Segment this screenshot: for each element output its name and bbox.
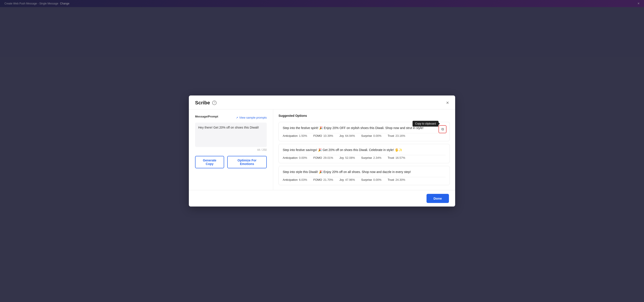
suggested-options-label: Suggested Options bbox=[278, 114, 307, 117]
option-card-1: Copy to clipboard Step into the festive … bbox=[278, 122, 450, 141]
option-text-1: Step into the festive spirit! 🎉 Enjoy 20… bbox=[283, 126, 446, 130]
emotion-fomo-3: FOMO 21.70% bbox=[313, 178, 333, 181]
divider-2 bbox=[283, 155, 446, 155]
external-link-icon: ↗ bbox=[236, 116, 238, 119]
modal-title: Scribe bbox=[195, 100, 210, 106]
done-button[interactable]: Done bbox=[426, 194, 449, 203]
copy-to-clipboard-button-1[interactable]: ⧉ bbox=[438, 125, 446, 133]
view-sample-link[interactable]: ↗ View sample prompts bbox=[236, 116, 267, 119]
optimize-emotions-button[interactable]: Optimize For Emotions bbox=[227, 156, 267, 168]
button-row: Generate Copy Optimize For Emotions bbox=[195, 156, 267, 168]
help-icon[interactable]: ? bbox=[212, 101, 216, 105]
message-prompt-label: Message/Prompt bbox=[195, 115, 218, 118]
modal-header: Scribe ? × bbox=[189, 96, 455, 110]
option-text-3: Step into style this Diwali! 🎉 Enjoy 20%… bbox=[283, 170, 446, 174]
emotion-fomo-2: FOMO 29.01% bbox=[313, 156, 333, 159]
divider-3 bbox=[283, 177, 446, 177]
view-sample-label: View sample prompts bbox=[239, 116, 267, 119]
option-text-2: Step into festive savings! 🎉 Get 20% off… bbox=[283, 148, 446, 152]
emotion-trust-1: Trust 23.16% bbox=[388, 134, 405, 137]
emotion-trust-3: Trust 24.30% bbox=[388, 178, 405, 181]
emotion-row-2: Anticipation 0.00% FOMO 29.01% Joy 52.08… bbox=[283, 156, 446, 159]
emotion-anticipation-1: Anticipation 1.50% bbox=[283, 134, 307, 137]
prompt-header: Message/Prompt ↗ View sample prompts bbox=[195, 115, 267, 120]
emotion-surprise-1: Surprise 0.00% bbox=[361, 134, 382, 137]
modal-body: Message/Prompt ↗ View sample prompts Hey… bbox=[189, 110, 455, 190]
emotion-surprise-3: Surprise 0.00% bbox=[361, 178, 382, 181]
emotion-row-3: Anticipation 6.03% FOMO 21.70% Joy 47.96… bbox=[283, 178, 446, 181]
prompt-textarea[interactable]: Hey there! Get 20% off on shoes this Diw… bbox=[195, 123, 267, 147]
char-count: 44 / 250 bbox=[195, 148, 267, 151]
emotion-surprise-2: Surprise 2.34% bbox=[361, 156, 382, 159]
modal-close-button[interactable]: × bbox=[446, 100, 449, 105]
emotion-anticipation-2: Anticipation 0.00% bbox=[283, 156, 307, 159]
copy-icon-1: ⧉ bbox=[442, 127, 444, 131]
scribe-modal: Scribe ? × Message/Prompt ↗ View sample … bbox=[189, 96, 455, 206]
emotion-row-1: Anticipation 1.50% FOMO 10.39% Joy 64.94… bbox=[283, 134, 446, 137]
modal-overlay: Scribe ? × Message/Prompt ↗ View sample … bbox=[0, 0, 644, 302]
emotion-joy-1: Joy 64.94% bbox=[339, 134, 355, 137]
emotion-joy-2: Joy 52.08% bbox=[339, 156, 355, 159]
emotion-trust-2: Trust 16.57% bbox=[388, 156, 405, 159]
left-panel: Message/Prompt ↗ View sample prompts Hey… bbox=[189, 110, 273, 190]
emotion-anticipation-3: Anticipation 6.03% bbox=[283, 178, 307, 181]
right-panel-header: Suggested Options bbox=[278, 114, 450, 118]
modal-title-area: Scribe ? bbox=[195, 100, 216, 106]
emotion-fomo-1: FOMO 10.39% bbox=[313, 134, 333, 137]
modal-footer: Done bbox=[189, 190, 455, 206]
right-panel: Suggested Options Copy to clipboard Step… bbox=[273, 110, 455, 190]
generate-copy-button[interactable]: Generate Copy bbox=[195, 156, 224, 168]
option-card-2: Step into festive savings! 🎉 Get 20% off… bbox=[278, 144, 450, 163]
option-card-3: Step into style this Diwali! 🎉 Enjoy 20%… bbox=[278, 166, 450, 185]
emotion-joy-3: Joy 47.96% bbox=[339, 178, 355, 181]
